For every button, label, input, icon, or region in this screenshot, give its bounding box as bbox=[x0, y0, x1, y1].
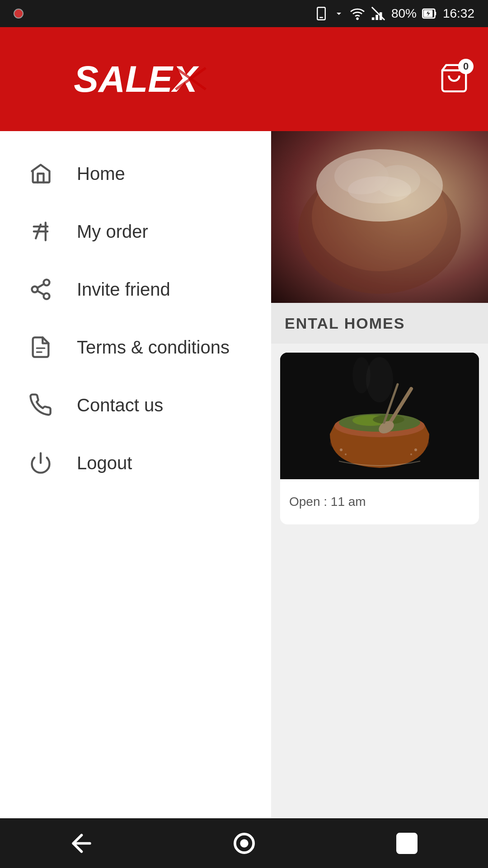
menu-label-order: My order bbox=[77, 222, 148, 242]
content-body: ENTAL HOMES bbox=[271, 131, 488, 818]
svg-point-41 bbox=[340, 448, 343, 451]
x-decoration bbox=[174, 61, 208, 96]
battery-icon bbox=[422, 8, 437, 19]
content-peek: 0 ENTAL HOMES bbox=[271, 27, 488, 818]
food-svg-decoration bbox=[271, 131, 488, 303]
document-icon bbox=[27, 334, 54, 361]
drawer-menu: Home My order bbox=[0, 131, 271, 818]
food-card-image bbox=[280, 353, 479, 479]
menu-label-contact: Contact us bbox=[77, 395, 163, 415]
dropdown-icon bbox=[333, 8, 344, 19]
svg-line-19 bbox=[38, 284, 44, 288]
menu-label-terms: Terms & conditions bbox=[77, 337, 230, 358]
app-header: 0 bbox=[271, 27, 488, 131]
navigation-drawer: SALE X Home bbox=[0, 27, 271, 818]
svg-point-46 bbox=[240, 839, 248, 847]
status-bar: 80% 16:32 bbox=[0, 0, 488, 27]
cart-button[interactable]: 0 bbox=[438, 62, 470, 96]
navigation-bar bbox=[0, 818, 488, 868]
menu-label-home: Home bbox=[77, 164, 125, 184]
menu-item-home[interactable]: Home bbox=[0, 145, 271, 203]
banner-text: ENTAL HOMES bbox=[285, 315, 405, 332]
svg-rect-47 bbox=[397, 834, 416, 852]
banner-section: ENTAL HOMES bbox=[271, 303, 488, 344]
recent-button[interactable] bbox=[389, 825, 425, 861]
logo-x-text: X bbox=[173, 58, 197, 100]
phone-status-icon bbox=[314, 7, 328, 20]
time-text: 16:32 bbox=[443, 6, 474, 21]
svg-point-32 bbox=[352, 357, 371, 393]
drawer-logo: SALE X bbox=[74, 58, 197, 100]
wifi-icon bbox=[350, 6, 365, 21]
menu-item-contact[interactable]: Contact us bbox=[0, 376, 271, 434]
svg-point-42 bbox=[345, 453, 347, 455]
order-icon bbox=[27, 218, 54, 245]
svg-rect-5 bbox=[375, 15, 378, 20]
menu-item-terms[interactable]: Terms & conditions bbox=[0, 318, 271, 376]
svg-line-18 bbox=[38, 291, 44, 295]
menu-item-logout[interactable]: Logout bbox=[0, 434, 271, 492]
power-icon bbox=[27, 449, 54, 476]
svg-point-29 bbox=[348, 176, 411, 203]
food-card-info: Open : 11 am bbox=[280, 479, 479, 524]
drawer-header: SALE X bbox=[0, 27, 271, 131]
menu-label-invite: Invite friend bbox=[77, 279, 170, 300]
svg-rect-6 bbox=[380, 12, 382, 20]
food-hero-image bbox=[271, 131, 488, 303]
cart-badge: 0 bbox=[458, 59, 474, 74]
svg-point-43 bbox=[414, 448, 417, 451]
svg-point-44 bbox=[410, 453, 412, 455]
recording-indicator bbox=[14, 9, 23, 19]
phone-icon bbox=[27, 392, 54, 419]
food-card-svg bbox=[280, 353, 479, 479]
signal-icon bbox=[371, 6, 386, 21]
open-time-text: Open : 11 am bbox=[289, 495, 366, 509]
home-icon bbox=[27, 160, 54, 187]
svg-rect-4 bbox=[372, 18, 375, 20]
svg-point-2 bbox=[357, 18, 358, 19]
logo-sale-text: SALE bbox=[74, 58, 173, 100]
home-button[interactable] bbox=[226, 825, 262, 861]
back-button[interactable] bbox=[63, 825, 99, 861]
share-icon bbox=[27, 276, 54, 303]
food-card[interactable]: Open : 11 am bbox=[280, 353, 479, 524]
menu-label-logout: Logout bbox=[77, 453, 132, 473]
menu-item-my-order[interactable]: My order bbox=[0, 203, 271, 260]
menu-item-invite[interactable]: Invite friend bbox=[0, 260, 271, 318]
battery-text: 80% bbox=[391, 6, 417, 21]
